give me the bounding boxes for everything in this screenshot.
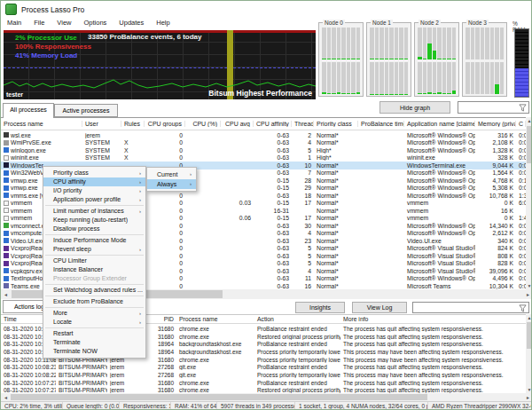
process-cell: 1 <box>292 154 314 161</box>
core-usage-bar <box>337 62 341 94</box>
menu-updates[interactable]: Updates <box>113 18 150 29</box>
column-header[interactable]: CPU affinity <box>254 121 292 127</box>
core-usage-bar <box>490 62 495 94</box>
tab-active-processes[interactable]: Active processes <box>54 104 118 117</box>
node-label: Node 2 <box>419 20 441 26</box>
process-row[interactable]: wininit.exeSYSTEMX00-631High*wininit.exe… <box>1 154 526 162</box>
column-header[interactable]: Process name <box>176 316 254 322</box>
process-filter-input[interactable] <box>458 101 529 114</box>
process-table-vscrollbar[interactable]: ▲ ▼ <box>526 117 532 289</box>
process-row[interactable]: winlogon.exeSYSTEMX00-635High*Microsoft®… <box>1 146 526 154</box>
column-header[interactable]: CPU (%) <box>185 121 221 127</box>
log-row[interactable]: 08-31-2020 10:08:22BITSUM-PRIMARYjerem27… <box>1 371 526 379</box>
menu-item-application-power-profile[interactable]: Application power profile› <box>43 195 145 204</box>
menu-item-terminate-now[interactable]: Terminate NOW <box>43 347 145 356</box>
log-cell: This process may have been affecting sys… <box>340 372 526 378</box>
process-row[interactable]: wsl.exejerem00-632Normal*Microsoft® Wind… <box>1 131 526 139</box>
process-icon <box>4 216 9 221</box>
scroll-up-icon[interactable]: ▲ <box>526 118 532 123</box>
actions-vscrollbar[interactable]: ▲ ▼ <box>526 314 532 393</box>
process-cell: SYSTEM <box>82 139 121 146</box>
process-cell: Video.UI.exe <box>404 238 475 244</box>
menu-item-set-watchdog-advanced-rules[interactable]: Set Watchdog advanced rules ... <box>43 286 145 295</box>
menu-help[interactable]: Help <box>150 18 176 29</box>
scroll-up-icon[interactable]: ▲ <box>526 315 532 320</box>
column-header[interactable]: ProBalance time <box>358 121 404 127</box>
menu-item-disallow-process[interactable]: Disallow process <box>43 225 145 233</box>
log-cell: 08-31-2020 10:07:27 <box>1 380 56 386</box>
process-table-header[interactable]: Process nameUserRulesCPU groupsCPU (%)CP… <box>1 117 526 130</box>
column-header[interactable]: PID <box>152 316 176 322</box>
menu-item-limit-number-of-instances[interactable]: Limit number of instances› <box>43 207 145 216</box>
vscroll-thumb[interactable] <box>527 322 532 349</box>
process-cell: 14,340 K <box>475 223 516 229</box>
menu-item-always[interactable]: Always› <box>147 179 196 189</box>
menu-options[interactable]: Options <box>77 18 113 29</box>
scroll-right-icon[interactable]: ► <box>524 395 532 400</box>
tab-all-processes[interactable]: All processes <box>3 103 54 118</box>
core-usage-bar <box>423 62 427 94</box>
menu-item-exclude-from-probalance[interactable]: Exclude from ProBalance <box>43 297 145 306</box>
process-cell: 0:0 <box>516 268 526 274</box>
actions-hscrollbar[interactable]: ◄ ► <box>1 393 532 401</box>
column-header[interactable]: More info <box>340 316 526 322</box>
core-usage-bar <box>452 28 457 59</box>
core-usage-bar <box>437 62 442 94</box>
node-meter: Node 1 <box>366 22 411 97</box>
column-header[interactable]: CPU groups <box>145 121 185 127</box>
menu-view[interactable]: View <box>51 18 77 29</box>
menu-item-prevent-sleep[interactable]: Prevent sleep› <box>43 245 145 254</box>
process-cell: 5,308 K <box>475 185 516 191</box>
menu-item-induce-performance-mode[interactable]: Induce Performance Mode <box>43 236 145 245</box>
menu-main[interactable]: Main <box>1 18 27 29</box>
scroll-down-icon[interactable]: ▼ <box>526 387 532 392</box>
log-row[interactable]: 08-31-2020 10:07:27BITSUM-PRIMARYjerem31… <box>1 379 526 387</box>
column-header[interactable]: Action <box>254 316 340 322</box>
menu-item-current[interactable]: Current› <box>147 170 196 179</box>
menu-item-priority-class[interactable]: Priority class› <box>43 169 145 177</box>
column-header[interactable]: C <box>516 121 526 127</box>
process-cell: 0 <box>145 147 185 154</box>
insights-button[interactable]: Insights <box>295 302 345 313</box>
process-row[interactable]: WmiPrvSE.exeSYSTEMX00-634Normal*Microsof… <box>1 139 526 147</box>
hide-graph-button[interactable]: Hide graph <box>379 101 450 114</box>
process-icon <box>4 170 9 176</box>
log-row[interactable]: 08-31-2020 10:08:23BITSUM-PRIMARYjerem27… <box>1 363 526 371</box>
column-header[interactable]: Rules <box>121 121 145 127</box>
menu-item-terminate[interactable]: Terminate <box>43 338 145 347</box>
menu-item-instance-balancer[interactable]: Instance Balancer <box>43 265 145 274</box>
column-header[interactable]: Priority class <box>314 121 358 127</box>
menu-item-cpu-affinity[interactable]: CPU affinity› <box>43 177 145 186</box>
menu-item-cpu-limiter[interactable]: CPU Limiter <box>43 256 145 265</box>
view-log-button[interactable]: View Log <box>352 302 407 313</box>
menu-item-restart[interactable]: Restart <box>43 329 145 338</box>
column-header[interactable]: Application name [claimed] <box>404 121 475 127</box>
process-cell: 0-63 <box>254 139 292 146</box>
column-header[interactable]: Process name <box>1 121 82 127</box>
submenu-arrow-icon: › <box>190 179 192 189</box>
process-cell: 0:0 <box>516 260 526 266</box>
log-cell: jerem <box>107 372 152 378</box>
vscroll-thumb[interactable] <box>527 126 532 163</box>
menu-item-processor-group-extender[interactable]: Processor Group Extender <box>43 274 145 283</box>
column-header[interactable]: Memory (private wor... <box>475 121 516 127</box>
process-icon <box>4 246 9 251</box>
process-cell: High* <box>314 147 358 154</box>
core-usage-bar <box>490 28 495 59</box>
column-header[interactable]: User <box>82 121 121 127</box>
menu-item-i-o-priority[interactable]: I/O priority› <box>43 186 145 195</box>
menu-item-keep-running-auto-restart[interactable]: Keep running (auto-restart) <box>43 216 145 225</box>
hscroll-thumb[interactable] <box>11 394 427 400</box>
column-header[interactable]: CPU avg <box>221 121 254 127</box>
column-header[interactable]: Threads <box>292 121 314 127</box>
core-usage-bar <box>423 28 427 59</box>
menu-item-locate[interactable]: Locate› <box>43 318 145 327</box>
menu-item-more[interactable]: More› <box>43 309 145 318</box>
scroll-right-icon[interactable]: ► <box>524 292 532 297</box>
core-usage-bar <box>475 62 480 94</box>
actions-filter-input[interactable] <box>412 302 529 313</box>
menu-file[interactable]: File <box>27 18 51 29</box>
scroll-left-icon[interactable]: ◄ <box>2 292 10 297</box>
scroll-down-icon[interactable]: ▼ <box>526 283 532 288</box>
scroll-left-icon[interactable]: ◄ <box>2 395 10 400</box>
